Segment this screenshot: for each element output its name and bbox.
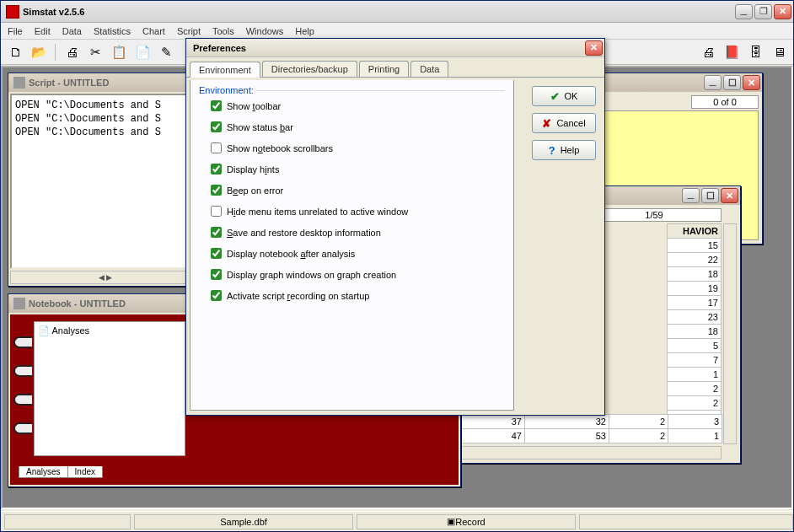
preferences-title-bar[interactable]: Preferences (186, 39, 604, 57)
grid-cell[interactable]: 17 (668, 296, 722, 310)
env-checkbox-4[interactable] (211, 185, 222, 196)
grid-cell[interactable]: 32 (525, 415, 609, 429)
calc-icon[interactable]: 🖥 (770, 43, 788, 62)
grid-cell[interactable]: 3 (668, 415, 722, 429)
menu-chart[interactable]: Chart (142, 26, 165, 36)
dialog-buttons: ✔ OK ✘ Cancel ? Help (532, 86, 596, 167)
grid-cell[interactable]: 1 (668, 429, 722, 443)
grid-cell[interactable]: 18 (668, 325, 722, 339)
script-title-text: Script - UNTITLED (29, 78, 201, 88)
env-checkbox-8[interactable] (211, 269, 222, 280)
col-header-behavior[interactable]: HAVIOR (668, 224, 722, 239)
menu-windows[interactable]: Windows (246, 26, 284, 36)
env-option-4[interactable]: Beep on error (211, 185, 513, 196)
memo-minimize-button[interactable] (704, 75, 722, 90)
grid-cell[interactable]: 19 (668, 282, 722, 296)
env-checkbox-7[interactable] (211, 248, 222, 259)
grid-cell[interactable]: 2 (668, 396, 722, 411)
menu-data[interactable]: Data (62, 26, 82, 36)
new-file-icon[interactable]: 🗋 (6, 43, 24, 62)
grid-cell[interactable]: 53 (525, 429, 609, 443)
cancel-button[interactable]: ✘ Cancel (532, 113, 596, 133)
env-option-5[interactable]: Hide menu items unrelated to active wind… (211, 206, 513, 217)
env-option-2[interactable]: Show notebook scrollbars (211, 142, 513, 153)
env-checkbox-5[interactable] (211, 206, 222, 217)
grid-cell[interactable]: 1 (668, 368, 722, 382)
grid-cell[interactable]: 22 (668, 253, 722, 267)
print-icon[interactable]: 🖨 (62, 43, 81, 62)
record-icon: ▣ (447, 516, 455, 527)
restore-button[interactable] (754, 4, 772, 19)
grid-cell[interactable]: 23 (668, 310, 722, 325)
tab-directories-backup[interactable]: Directories/backup (262, 61, 357, 77)
printer-icon[interactable]: 🖨 (699, 43, 717, 62)
preferences-close-button[interactable] (585, 40, 603, 56)
open-file-icon[interactable]: 📂 (30, 43, 48, 62)
env-checkbox-3[interactable] (211, 164, 222, 175)
app-title: Simstat v2.5.6 (23, 7, 735, 17)
menu-tools[interactable]: Tools (212, 26, 234, 36)
env-checkbox-2[interactable] (211, 142, 222, 153)
paste-icon[interactable]: 📄 (133, 43, 152, 62)
script-editor[interactable]: OPEN "C:\Documents and S OPEN "C:\Docume… (10, 94, 201, 269)
grid-cell[interactable]: 2 (609, 429, 668, 443)
tab-environment[interactable]: Environment (190, 62, 260, 78)
env-checkbox-1[interactable] (211, 121, 222, 132)
menu-edit[interactable]: Edit (35, 26, 51, 36)
close-button[interactable] (774, 4, 791, 19)
tab-data[interactable]: Data (410, 61, 448, 77)
env-option-label-7: Display notebook after analysis (227, 249, 355, 259)
env-option-9[interactable]: Activate script recording on startup (211, 290, 513, 301)
grid-cell[interactable]: 18 (668, 267, 722, 282)
grid-cell[interactable]: 15 (668, 239, 722, 253)
env-option-6[interactable]: Save and restore desktop information (211, 227, 513, 238)
memo-close-button[interactable] (743, 75, 760, 90)
env-option-1[interactable]: Show status bar (211, 121, 513, 132)
status-mode: ▣ Record (357, 514, 576, 529)
grid-cell[interactable]: 2 (609, 415, 668, 429)
menu-file[interactable]: File (8, 26, 23, 36)
db-icon[interactable]: 🗄 (746, 43, 764, 62)
menu-help[interactable]: Help (295, 26, 314, 36)
env-option-8[interactable]: Display graph windows on graph creation (211, 269, 513, 280)
notebook-tree[interactable]: Analyses (34, 321, 185, 456)
help-button[interactable]: ? Help (532, 140, 596, 160)
question-icon: ? (549, 144, 555, 157)
env-option-label-4: Beep on error (227, 185, 283, 196)
env-option-3[interactable]: Display hints (211, 164, 513, 175)
data-maximize-button[interactable] (701, 188, 719, 203)
menu-statistics[interactable]: Statistics (94, 26, 131, 36)
cut-icon[interactable]: ✂ (86, 43, 105, 62)
data-close-button[interactable] (721, 188, 738, 203)
ok-button[interactable]: ✔ OK (532, 86, 596, 106)
script-window: Script - UNTITLED OPEN "C:\Documents and… (8, 73, 203, 287)
script-hscrollbar[interactable]: ◀ ▶ (10, 271, 201, 284)
book-icon[interactable]: 📕 (722, 43, 741, 62)
env-checkbox-9[interactable] (211, 290, 222, 301)
data-vscrollbar[interactable] (723, 223, 737, 444)
grid-cell[interactable]: 37 (458, 415, 525, 429)
script-title-bar: Script - UNTITLED (8, 73, 202, 92)
env-option-label-8: Display graph windows on graph creation (227, 270, 396, 280)
grid-cell[interactable]: 47 (458, 429, 525, 443)
menu-script[interactable]: Script (177, 26, 201, 36)
env-checkbox-0[interactable] (211, 100, 222, 111)
env-option-0[interactable]: Show toolbar (211, 100, 513, 111)
memo-maximize-button[interactable] (723, 75, 741, 90)
data-minimize-button[interactable] (682, 188, 700, 203)
data-grid-rightcol[interactable]: HAVIOR 15 22 18 19 17 23 18 5 7 1 2 2 1 (667, 223, 722, 425)
notebook-tab-index[interactable]: Index (67, 466, 103, 478)
script-icon (13, 77, 25, 89)
grid-cell[interactable]: 2 (668, 382, 722, 396)
minimize-button[interactable] (735, 4, 753, 19)
env-option-7[interactable]: Display notebook after analysis (211, 248, 513, 259)
tab-printing[interactable]: Printing (359, 61, 409, 77)
notebook-tab-analyses[interactable]: Analyses (19, 466, 68, 478)
env-group-label: Environment: (190, 80, 513, 99)
undo-icon[interactable]: ✎ (157, 43, 175, 62)
env-checkbox-6[interactable] (211, 227, 222, 238)
tree-node-analyses[interactable]: Analyses (38, 325, 181, 336)
copy-icon[interactable]: 📋 (110, 43, 128, 62)
grid-cell[interactable]: 7 (668, 353, 722, 368)
grid-cell[interactable]: 5 (668, 339, 722, 353)
